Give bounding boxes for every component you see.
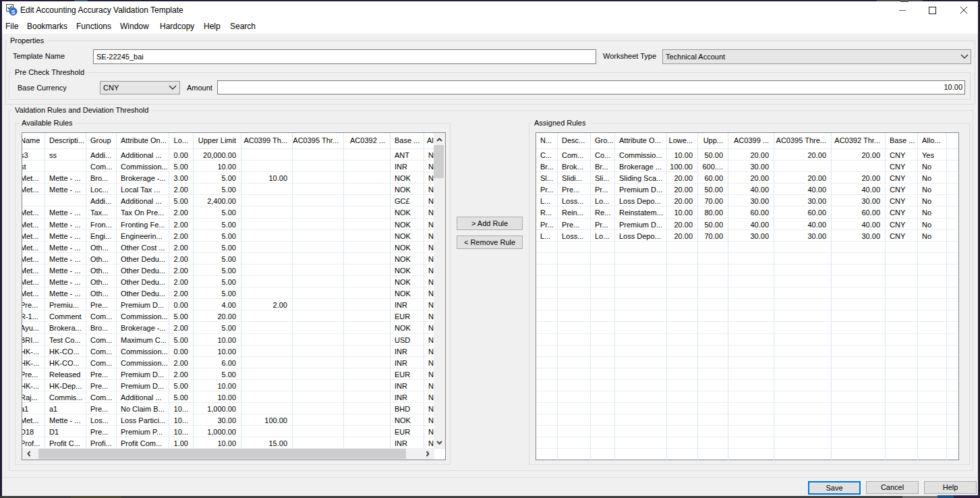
- svg-text:S: S: [11, 9, 15, 16]
